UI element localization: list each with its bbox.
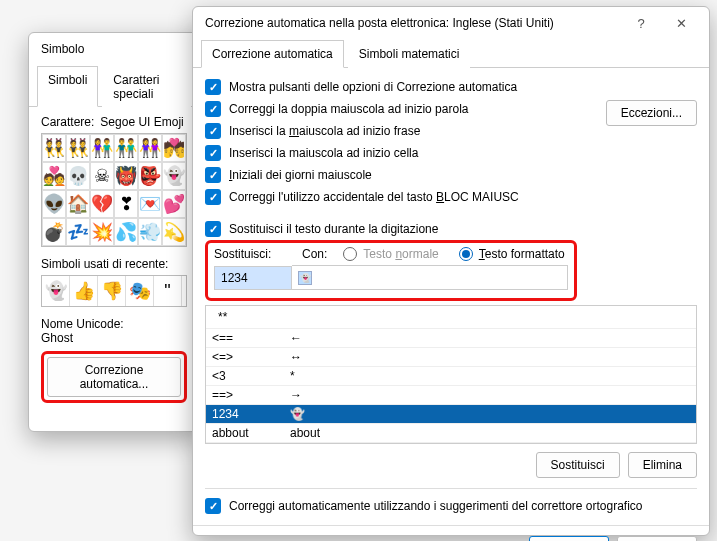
radio-formatted[interactable]: Testo formattato [459, 247, 565, 261]
ok-button[interactable]: OK [529, 536, 609, 541]
exceptions-button[interactable]: Eccezioni... [606, 100, 697, 126]
symbol-title: Simbolo [37, 42, 191, 56]
symbol-cell[interactable]: 👻 [162, 162, 186, 190]
check-icon: ✓ [205, 145, 221, 161]
check-icon: ✓ [205, 498, 221, 514]
ac-title: Correzione automatica nella posta elettr… [201, 16, 621, 30]
chk-spellcheck[interactable]: ✓ Correggi automaticamente utilizzando i… [205, 495, 697, 517]
radio-plain[interactable]: Testo normale [343, 247, 438, 261]
tab-special-chars[interactable]: Caratteri speciali [102, 66, 191, 107]
recent-symbol[interactable]: 👻 [42, 276, 70, 306]
symbol-cell[interactable]: 💨 [138, 218, 162, 246]
symbol-cell[interactable]: 👬 [114, 134, 138, 162]
chk-spellcheck-label: Correggi automaticamente utilizzando i s… [229, 499, 643, 513]
check-icon: ✓ [205, 189, 221, 205]
chk-replace-typing[interactable]: ✓ Sostituisci il testo durante la digita… [205, 218, 697, 240]
symbol-dialog: Simbolo Simboli Caratteri speciali Carat… [28, 32, 200, 432]
list-row[interactable]: <3* [206, 367, 696, 386]
recent-label: Simboli usati di recente: [41, 257, 187, 271]
replace-button[interactable]: Sostituisci [536, 452, 620, 478]
check-icon: ✓ [205, 221, 221, 237]
help-icon[interactable]: ? [621, 9, 661, 37]
with-input[interactable]: 👻 [292, 265, 568, 290]
recent-symbol[interactable]: 👎 [98, 276, 126, 306]
symbol-tabs: Simboli Caratteri speciali [29, 65, 199, 107]
font-label: Carattere: [41, 115, 100, 129]
symbol-cell[interactable]: 💦 [114, 218, 138, 246]
symbol-cell[interactable]: 💣 [42, 218, 66, 246]
radio-icon [459, 247, 473, 261]
recent-symbol[interactable]: 🎭 [126, 276, 154, 306]
symbol-cell[interactable]: ❣ [114, 190, 138, 218]
check-icon: ✓ [205, 79, 221, 95]
radio-icon [343, 247, 357, 261]
symbol-cell[interactable]: 💔 [90, 190, 114, 218]
with-label: Con: [302, 247, 327, 261]
replace-input[interactable] [214, 266, 292, 290]
recent-symbol[interactable]: " [154, 276, 182, 306]
chk-cell-label: Inserisci la maiuscola ad inizio cella [229, 146, 418, 160]
list-row[interactable]: 1234👻 [206, 405, 696, 424]
chk-cell[interactable]: ✓ Inserisci la maiuscola ad inizio cella [205, 142, 606, 164]
symbol-cell[interactable]: 💕 [162, 190, 186, 218]
radio-formatted-label: Testo formattato [479, 247, 565, 261]
chk-capslock-label: Correggi l'utilizzo accidentale del tast… [229, 190, 519, 204]
chk-replace-typing-label: Sostituisci il testo durante la digitazi… [229, 222, 438, 236]
symbol-cell[interactable]: 💌 [138, 190, 162, 218]
symbol-cell[interactable]: 👺 [138, 162, 162, 190]
unicode-value: Ghost [41, 331, 187, 345]
chk-show-buttons-label: Mostra pulsanti delle opzioni di Correzi… [229, 80, 517, 94]
ac-titlebar: Correzione automatica nella posta elettr… [193, 7, 709, 39]
symbol-cell[interactable]: 👭 [138, 134, 162, 162]
recent-symbol[interactable]: 👍 [70, 276, 98, 306]
close-button[interactable]: Chiudi [617, 536, 697, 541]
symbol-pane: Carattere: Segoe UI Emoji 👯👯👫👬👭💏💑💀☠👹👺👻👽🏠… [29, 107, 199, 415]
symbol-cell[interactable]: 💏 [162, 134, 186, 162]
list-row[interactable]: ** [206, 306, 696, 329]
list-row[interactable]: ==>→ [206, 386, 696, 405]
symbol-cell[interactable]: 👹 [114, 162, 138, 190]
list-row[interactable]: <=>↔ [206, 348, 696, 367]
symbol-cell[interactable]: 💀 [66, 162, 90, 190]
chk-capslock[interactable]: ✓ Correggi l'utilizzo accidentale del ta… [205, 186, 606, 208]
chk-double-caps-label: Correggi la doppia maiuscola ad inizio p… [229, 102, 468, 116]
chk-sentence-label: Inserisci la maiuscola ad inizio frase [229, 124, 420, 138]
autocorrect-button[interactable]: Correzione automatica... [47, 357, 181, 397]
tab-math-symbols[interactable]: Simboli matematici [348, 40, 471, 68]
ghost-icon: 👻 [298, 271, 312, 285]
symbol-cell[interactable]: 💥 [90, 218, 114, 246]
chk-days[interactable]: ✓ Iniziali dei giorni maiuscole [205, 164, 606, 186]
font-value[interactable]: Segoe UI Emoji [100, 115, 187, 129]
list-row[interactable]: <==← [206, 329, 696, 348]
check-icon: ✓ [205, 101, 221, 117]
symbol-cell[interactable]: 👫 [90, 134, 114, 162]
symbol-grid[interactable]: 👯👯👫👬👭💏💑💀☠👹👺👻👽🏠💔❣💌💕💣💤💥💦💨💫 [41, 133, 187, 247]
font-row: Carattere: Segoe UI Emoji [41, 115, 187, 129]
ac-tabs: Correzione automatica Simboli matematici [193, 39, 709, 68]
symbol-cell[interactable]: 👯 [66, 134, 90, 162]
close-icon[interactable]: ✕ [661, 9, 701, 37]
symbol-titlebar: Simbolo [29, 33, 199, 65]
check-icon: ✓ [205, 123, 221, 139]
radio-plain-label: Testo normale [363, 247, 438, 261]
chk-days-label: Iniziali dei giorni maiuscole [229, 168, 372, 182]
symbol-cell[interactable]: ☠ [90, 162, 114, 190]
tab-simboli[interactable]: Simboli [37, 66, 98, 107]
replace-label: Sostituisci: [214, 247, 292, 261]
replacement-list[interactable]: **<==←<=>↔<3*==>→1234👻abboutabout [205, 305, 697, 444]
symbol-cell[interactable]: 🏠 [66, 190, 90, 218]
symbol-cell[interactable]: 👯 [42, 134, 66, 162]
symbol-cell[interactable]: 💑 [42, 162, 66, 190]
tab-autocorrect[interactable]: Correzione automatica [201, 40, 344, 68]
symbol-cell[interactable]: 💫 [162, 218, 186, 246]
check-icon: ✓ [205, 167, 221, 183]
delete-button[interactable]: Elimina [628, 452, 697, 478]
list-row[interactable]: abboutabout [206, 424, 696, 443]
chk-double-caps[interactable]: ✓ Correggi la doppia maiuscola ad inizio… [205, 98, 606, 120]
chk-show-buttons[interactable]: ✓ Mostra pulsanti delle opzioni di Corre… [205, 76, 697, 98]
symbol-cell[interactable]: 💤 [66, 218, 90, 246]
chk-sentence[interactable]: ✓ Inserisci la maiuscola ad inizio frase [205, 120, 606, 142]
symbol-cell[interactable]: 👽 [42, 190, 66, 218]
recent-symbols[interactable]: 👻👍👎🎭" [41, 275, 187, 307]
unicode-label: Nome Unicode: [41, 317, 187, 331]
